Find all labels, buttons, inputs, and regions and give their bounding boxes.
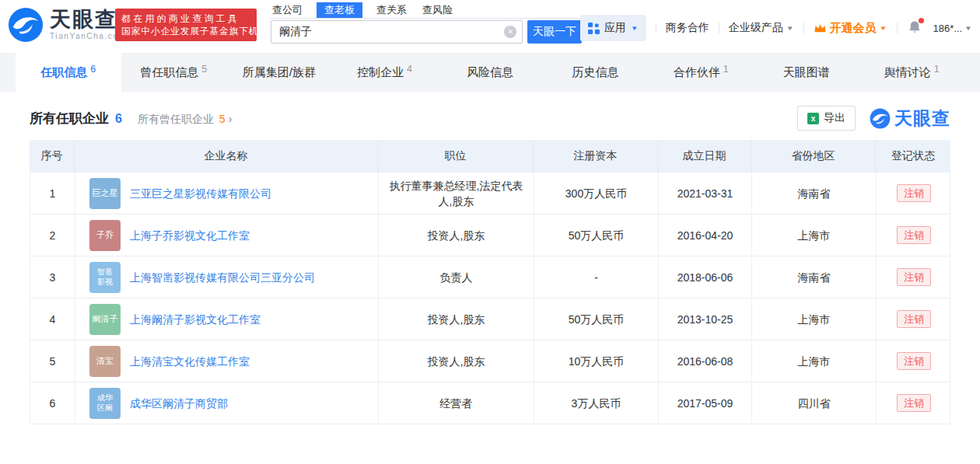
watermark-logo: 天眼查 [870,106,950,131]
tab-count: 6 [90,64,96,75]
capital-cell: 50万人民币 [534,298,659,340]
search-input[interactable] [271,20,523,44]
status-badge: 注销 [897,226,931,244]
tab-5[interactable]: 历史信息 [543,53,649,92]
date-cell: 2017-05-09 [659,382,752,424]
tab-2[interactable]: 所属集团/族群 [226,53,332,92]
status-badge: 注销 [897,394,931,412]
date-cell: 2016-04-20 [659,215,752,256]
apps-menu[interactable]: 应用 ▼ [580,15,646,41]
vip-upgrade[interactable]: 开通会员 ▼ [814,21,887,36]
company-link[interactable]: 上海子乔影视文化工作室 [130,228,250,243]
search-tab-0[interactable]: 查公司 [271,2,304,18]
tab-count: 4 [407,64,412,75]
notifications-bell[interactable] [907,19,924,37]
company-link[interactable]: 成华区阚清子商贸部 [130,396,228,411]
search-button[interactable]: 天眼一下 [527,20,582,44]
table-row: 3 智凿影视 上海智凿影视传媒有限公司三亚分公司 负责人 - 2018-06-0… [30,256,950,298]
account-menu[interactable]: 186*... ▼ [933,23,973,34]
tab-7[interactable]: 天眼图谱 [754,53,859,92]
company-logo: 成华区阚 [89,388,121,419]
tab-8[interactable]: 舆情讨论1 [859,53,965,92]
site-logo[interactable]: 天眼查 TianYanCha.com [8,7,127,43]
column-header: 企业名称 [75,140,378,173]
column-header: 职位 [378,140,534,173]
capital-cell: 300万人民币 [534,173,659,214]
former-positions-count: 5 [219,113,226,125]
tab-label: 风险信息 [467,65,513,80]
search-block: 查公司查老板查关系查风险 ✕ 天眼一下 [271,3,582,44]
company-link[interactable]: 上海阚清子影视文化工作室 [130,312,261,327]
divider [719,23,719,33]
position-cell: 经营者 [379,382,534,424]
tab-3[interactable]: 控制企业4 [332,53,438,92]
region-cell: 上海市 [752,298,877,340]
tab-label: 控制企业 [357,65,404,80]
company-logo: 智凿影视 [89,262,121,293]
tab-1[interactable]: 曾任职信息5 [121,53,227,92]
table-body: 1 巨之星 三亚巨之星影视传媒有限公司 执行董事兼总经理,法定代表人,股东 30… [30,173,950,424]
column-header: 注册资本 [534,140,658,173]
company-logo: 巨之星 [89,178,121,209]
table-row: 1 巨之星 三亚巨之星影视传媒有限公司 执行董事兼总经理,法定代表人,股东 30… [30,173,950,215]
table-header-row: 序号企业名称职位注册资本成立日期省份地区登记状态 [30,140,950,173]
tab-4[interactable]: 风险信息 [437,53,543,92]
crown-icon [814,23,827,34]
tianyancha-swirl-icon [8,7,44,43]
svg-text:x: x [811,114,816,123]
tab-count: 5 [201,64,207,75]
section-title-count: 6 [115,112,122,126]
capital-cell: 3万人民币 [534,382,659,424]
date-cell: 2016-06-08 [659,340,752,382]
tab-label: 任职信息 [40,65,87,80]
row-index: 5 [30,340,75,382]
position-cell: 负责人 [379,256,534,298]
status-badge: 注销 [897,352,931,370]
column-header: 省份地区 [751,140,876,173]
row-index: 2 [30,215,75,256]
table-row: 2 子乔 上海子乔影视文化工作室 投资人,股东 50万人民币 2016-04-2… [30,215,950,256]
search-tab-3[interactable]: 查风险 [421,2,454,18]
status-badge: 注销 [897,268,931,286]
company-link[interactable]: 三亚巨之星影视传媒有限公司 [130,186,271,201]
enterprise-label: 企业级产品 [729,21,783,35]
date-cell: 2018-06-06 [659,256,752,298]
date-cell: 2021-03-31 [659,173,752,214]
tab-label: 所属集团/族群 [243,65,316,80]
search-tab-1[interactable]: 查老板 [317,2,362,18]
position-cell: 投资人,股东 [379,298,534,340]
date-cell: 2013-10-25 [659,298,752,340]
notification-dot [919,18,924,23]
apps-label: 应用 [604,21,626,35]
promo-line1: 都在用的商业查询工具 [121,12,250,25]
chevron-down-icon: ▼ [786,25,794,32]
company-link[interactable]: 上海清宝文化传媒工作室 [130,354,250,369]
nav-business-cooperation[interactable]: 商务合作 [666,21,709,35]
apps-grid-icon [588,23,600,34]
positions-table: 序号企业名称职位注册资本成立日期省份地区登记状态 1 巨之星 三亚巨之星影视传媒… [30,140,950,424]
column-header: 序号 [30,140,75,173]
company-link[interactable]: 上海智凿影视传媒有限公司三亚分公司 [130,270,315,285]
former-positions-label: 所有曾任职企业 [138,113,214,125]
region-cell: 海南省 [752,173,877,214]
header: 天眼查 TianYanCha.com 都在用的商业查询工具 国家中小企业发展子基… [0,0,980,53]
row-index: 1 [30,173,75,214]
column-header: 登记状态 [876,140,950,173]
tab-label: 历史信息 [572,65,619,80]
former-positions-link[interactable]: 所有曾任职企业 5 › [138,112,233,127]
nav-enterprise-products[interactable]: 企业级产品 ▼ [729,21,794,35]
region-cell: 海南省 [752,256,877,298]
chevron-down-icon: ▼ [880,25,887,32]
tab-6[interactable]: 合作伙伴1 [648,53,754,92]
tab-0[interactable]: 任职信息6 [16,53,121,92]
top-nav: 应用 ▼ 商务合作 企业级产品 ▼ 开通会员 ▼ 1 [580,14,972,42]
divider [897,23,898,33]
region-cell: 上海市 [752,340,877,382]
promo-banner: 都在用的商业查询工具 国家中小企业发展子基金旗下机构 [115,9,257,41]
search-tab-2[interactable]: 查关系 [375,2,408,18]
company-logo: 阚清子 [89,304,121,335]
tab-count: 1 [723,64,729,75]
tab-label: 舆情讨论 [884,65,931,80]
export-button[interactable]: x 导出 [797,106,856,131]
business-label: 商务合作 [666,21,709,35]
